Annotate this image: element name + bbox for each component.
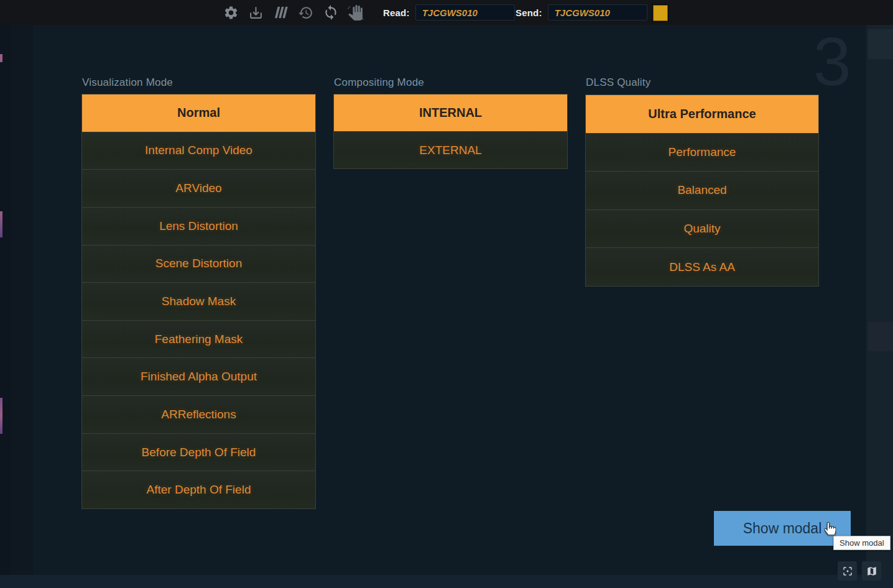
option-balanced[interactable]: Balanced <box>586 171 818 209</box>
send-field-group: Send: <box>516 0 647 25</box>
group-title-compositing-mode: Compositing Mode <box>334 76 424 89</box>
option-before-depth-of-field[interactable]: Before Depth Of Field <box>82 433 315 471</box>
fullscreen-focus-button[interactable] <box>838 561 857 581</box>
edge-artifact <box>0 54 2 62</box>
option-performance[interactable]: Performance <box>586 133 818 172</box>
option-external[interactable]: EXTERNAL <box>334 131 567 168</box>
option-shadow-mask[interactable]: Shadow Mask <box>82 282 315 320</box>
right-strip <box>866 25 893 575</box>
send-label: Send: <box>516 7 542 18</box>
library-icon[interactable] <box>272 0 289 25</box>
option-scene-distortion[interactable]: Scene Distortion <box>82 245 315 283</box>
option-finished-alpha-output[interactable]: Finished Alpha Output <box>82 357 315 395</box>
read-input[interactable] <box>415 4 515 21</box>
settings-gear-icon[interactable] <box>223 0 239 25</box>
option-arvideo[interactable]: ARVideo <box>82 169 315 207</box>
focus-icon <box>842 566 853 577</box>
show-modal-button[interactable]: Show modal <box>714 511 851 546</box>
option-dlss-as-aa[interactable]: DLSS As AA <box>586 247 818 286</box>
option-internal[interactable]: INTERNAL <box>334 94 567 131</box>
show-modal-tooltip: Show modal <box>833 536 891 550</box>
download-icon[interactable] <box>248 0 264 25</box>
dlss-quality-group: Ultra PerformancePerformanceBalancedQual… <box>585 94 819 287</box>
history-icon[interactable] <box>297 0 314 25</box>
top-toolbar: Read: Send: <box>0 0 893 25</box>
option-ultra-performance[interactable]: Ultra Performance <box>586 95 818 133</box>
edge-artifact <box>0 398 2 434</box>
option-internal-comp-video[interactable]: Internal Comp Video <box>82 132 315 170</box>
sync-icon[interactable] <box>322 0 339 25</box>
hand-tool-icon[interactable] <box>347 0 364 25</box>
right-strip-block <box>868 29 893 59</box>
color-swatch[interactable] <box>653 5 668 21</box>
option-normal[interactable]: Normal <box>82 94 315 132</box>
toolbar-icon-row <box>223 0 364 25</box>
read-label: Read: <box>383 7 410 18</box>
group-title-visualization-mode: Visualization Mode <box>82 76 173 89</box>
group-title-dlss-quality: DLSS Quality <box>586 76 650 89</box>
option-lens-distortion[interactable]: Lens Distortion <box>82 207 315 245</box>
right-strip-block <box>868 322 893 351</box>
compositing-mode-group: INTERNALEXTERNAL <box>333 94 568 169</box>
watermark-number: 3 <box>807 27 857 96</box>
bottom-strip <box>0 575 893 588</box>
option-quality[interactable]: Quality <box>586 209 818 248</box>
option-after-depth-of-field[interactable]: After Depth Of Field <box>82 471 315 508</box>
read-field-group: Read: <box>383 0 515 25</box>
map-icon <box>866 566 877 577</box>
option-feathering-mask[interactable]: Feathering Mask <box>82 320 315 358</box>
edge-artifact <box>0 211 2 237</box>
visualization-mode-group: NormalInternal Comp VideoARVideoLens Dis… <box>81 94 316 509</box>
map-button[interactable] <box>862 561 881 581</box>
send-input[interactable] <box>548 4 647 21</box>
option-arreflections[interactable]: ARReflections <box>82 395 315 433</box>
left-margin-band <box>11 25 33 575</box>
